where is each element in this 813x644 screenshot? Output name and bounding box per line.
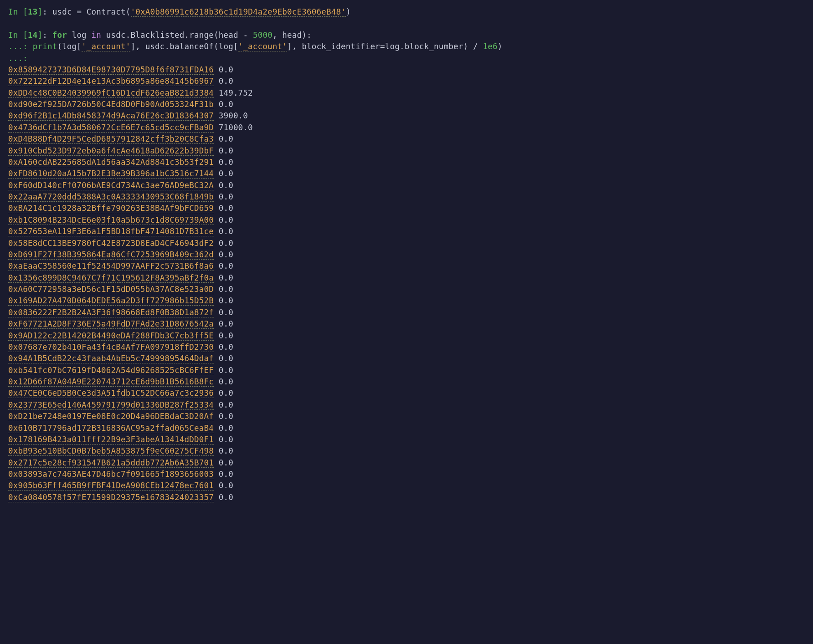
blacklisted-address: 0xaEaaC358560e11f52454D997AAFF2c5731B6f8…: [8, 261, 214, 271]
blacklisted-address: 0x4736dCf1b7A3d580672CcE6E7c65cd5cc9cFBa…: [8, 123, 214, 133]
equals: =: [380, 42, 385, 51]
output-line: 0x58E8dCC13BE9780fC42E8723D8EaD4CF46943d…: [8, 238, 805, 249]
continuation-prompt: ...:: [8, 42, 33, 51]
output-line: 0x527653eA119F3E6a1F5BD18fbF4714081D7B31…: [8, 226, 805, 237]
expr: usdc.Blacklisted.range(head: [101, 31, 243, 40]
output-line: 0x47CE0C6eD5B0Ce3d3A51fdb1C52DC66a7c3c29…: [8, 388, 805, 399]
output-line: 0x1356c899D8C9467C7f71C195612F8A395aBf2f…: [8, 272, 805, 284]
expr: ], usdc.balanceOf(log[: [130, 42, 238, 51]
prompt-in: In: [8, 7, 23, 16]
divide: /: [473, 42, 478, 51]
balance-value: 0.0: [219, 181, 233, 190]
blacklisted-address: 0xD691F27f38B395864Ea86CfC7253969B409c36…: [8, 250, 214, 260]
colon: :: [42, 7, 52, 16]
balance-value: 0.0: [219, 388, 233, 398]
rparen: ): [498, 42, 503, 51]
blacklisted-address: 0xCa0840578f57fE71599D29375e167834240233…: [8, 493, 214, 502]
blacklisted-address: 0x12D66f87A04A9E220743712cE6d9bB1B5616B8…: [8, 377, 214, 387]
blacklisted-address: 0xd96f2B1c14Db8458374d9Aca76E26c3D183643…: [8, 111, 214, 121]
balance-value: 0.0: [219, 239, 233, 248]
prompt-in: In: [8, 31, 23, 40]
balance-value: 0.0: [219, 446, 233, 455]
blacklisted-address: 0x905b63Fff465B9fFBF41DeA908CEb12478ec76…: [8, 481, 214, 491]
output-line: 0x2717c5e28cf931547B621a5dddb772Ab6A35B7…: [8, 457, 805, 469]
lparen: (: [126, 7, 131, 16]
input-cell-14-line1: In [14]: for log in usdc.Blacklisted.ran…: [8, 30, 805, 41]
keyword-for: for: [52, 31, 67, 40]
rparen: ): [346, 7, 351, 16]
input-cell-14-line2: ...: print(log['_account'], usdc.balance…: [8, 41, 805, 52]
prompt-number: 14: [28, 31, 37, 40]
output-line: 0x9AD122c22B14202B4490eDAf288FDb3C7cb3ff…: [8, 330, 805, 342]
output-line: 0xCa0840578f57fE71599D29375e167834240233…: [8, 492, 805, 503]
balance-value: 0.0: [219, 377, 233, 386]
input-cell-13: In [13]: usdc = Contract('0xA0b86991c621…: [8, 6, 805, 18]
number-literal: 5000: [253, 31, 273, 40]
output-line: 0xA60C772958a3eD56c1F15dD055bA37AC8e523a…: [8, 284, 805, 295]
blacklisted-address: 0xD4B88Df4D29F5CedD6857912842cff3b20C8Cf…: [8, 134, 214, 144]
blacklisted-address: 0x03893a7c7463AE47D46bc7f091665f18936560…: [8, 470, 214, 479]
blacklisted-address: 0x527653eA119F3E6a1F5BD18fbF4714081D7B31…: [8, 227, 214, 236]
blacklisted-address: 0x47CE0C6eD5B0Ce3d3A51fdb1C52DC66a7c3c29…: [8, 388, 214, 398]
blacklisted-address: 0x2717c5e28cf931547B621a5dddb772Ab6A35B7…: [8, 458, 214, 468]
blacklisted-address: 0x58E8dCC13BE9780fC42E8723D8EaD4CF46943d…: [8, 239, 214, 248]
balance-value: 0.0: [219, 192, 233, 201]
output-line: 0xb1C8094B234DcE6e03f10a5b673c1d8C69739A…: [8, 215, 805, 226]
expr-end: , head):: [273, 31, 312, 40]
balance-value: 3900.0: [219, 111, 248, 120]
balance-value: 0.0: [219, 65, 233, 74]
blacklisted-address: 0x910Cbd523D972eb0a6f4cAe4618aD62622b39D…: [8, 146, 214, 156]
balance-value: 0.0: [219, 424, 233, 433]
output-line: 0xFD8610d20aA15b7B2E3Be39B396a1bC3516c71…: [8, 168, 805, 179]
output-line: 0x169AD27A470D064DEDE56a2D3ff727986b15D5…: [8, 295, 805, 307]
blacklisted-address: 0x178169B423a011fff22B9e3F3abeA13414dDD0…: [8, 435, 214, 445]
balance-value: 0.0: [219, 470, 233, 479]
balance-value: 0.0: [219, 435, 233, 444]
balance-value: 0.0: [219, 458, 233, 467]
output-line: 0xd90e2f925DA726b50C4Ed8D0Fb90Ad053324F3…: [8, 99, 805, 110]
balance-value: 0.0: [219, 481, 233, 490]
blacklisted-address: 0x23773E65ed146A459791799d01336DB287f253…: [8, 400, 214, 410]
balance-value: 0.0: [219, 331, 233, 340]
balance-value: 0.0: [219, 354, 233, 363]
balance-value: 0.0: [219, 400, 233, 409]
output-line: 0x23773E65ed146A459791799d01336DB287f253…: [8, 399, 805, 411]
output-line: 0x0836222F2B2B24A3F36f98668Ed8F0B38D1a87…: [8, 307, 805, 318]
balance-value: 0.0: [219, 308, 233, 317]
output-line: 0xd96f2B1c14Db8458374d9Aca76E26c3D183643…: [8, 110, 805, 122]
output-line: 0x910Cbd523D972eb0a6f4cAe4618aD62622b39D…: [8, 145, 805, 157]
balance-value: 0.0: [219, 204, 233, 213]
balance-value: 149.752: [219, 88, 253, 97]
bracket-close: ]: [37, 7, 42, 16]
space: [248, 31, 253, 40]
balance-value: 0.0: [219, 134, 233, 143]
blacklisted-address: 0xA60C772958a3eD56c1F15dD055bA37AC8e523a…: [8, 285, 214, 294]
output-line: 0xD4B88Df4D29F5CedD6857912842cff3b20C8Cf…: [8, 133, 805, 145]
output-line: 0xA160cdAB225685dA1d56aa342Ad8841c3b53f2…: [8, 157, 805, 168]
output-line: 0x178169B423a011fff22B9e3F3abeA13414dDD0…: [8, 434, 805, 445]
balance-value: 0.0: [219, 342, 233, 352]
output-line: 0xD21be7248e0197Ee08E0c20D4a96DEBdaC3D20…: [8, 411, 805, 422]
balance-value: 0.0: [219, 227, 233, 236]
prompt-number: 13: [28, 7, 37, 16]
output-line: 0x03893a7c7463AE47D46bc7f091665f18936560…: [8, 469, 805, 480]
balance-value: 0.0: [219, 285, 233, 294]
variable-name: usdc: [52, 7, 77, 16]
continuation-prompt: ...:: [8, 54, 28, 63]
balance-value: 71000.0: [219, 123, 253, 132]
balance-value: 0.0: [219, 100, 233, 109]
blacklisted-address: 0x1356c899D8C9467C7f71C195612F8A395aBf2f…: [8, 273, 214, 283]
number-literal: 1e6: [483, 42, 497, 51]
output-line: 0x722122dF12D4e14e13Ac3b6895a86e84145b69…: [8, 76, 805, 87]
output-line: 0x12D66f87A04A9E220743712cE6d9bB1B5616B8…: [8, 376, 805, 388]
ipython-terminal: In [13]: usdc = Contract('0xA0b86991c621…: [8, 6, 805, 503]
output-line: 0xBA214C1c1928a32Bffe790263E38B4Af9bFCD6…: [8, 203, 805, 214]
blacklisted-address: 0xBA214C1c1928a32Bffe790263E38B4Af9bFCD6…: [8, 204, 214, 213]
output-line: 0xb541fc07bC7619fD4062A54d96268525cBC6Ff…: [8, 365, 805, 376]
blacklisted-address: 0x610B717796ad172B316836AC95a2ffad065Cea…: [8, 424, 214, 433]
output-line: 0x22aaA7720ddd5388A3c0A3333430953C68f184…: [8, 191, 805, 203]
output-line: 0x8589427373D6D84E98730D7795D8f6f8731FDA…: [8, 64, 805, 76]
output-line: 0x610B717796ad172B316836AC95a2ffad065Cea…: [8, 423, 805, 434]
balance-value: 0.0: [219, 261, 233, 271]
balance-value: 0.0: [219, 366, 233, 375]
